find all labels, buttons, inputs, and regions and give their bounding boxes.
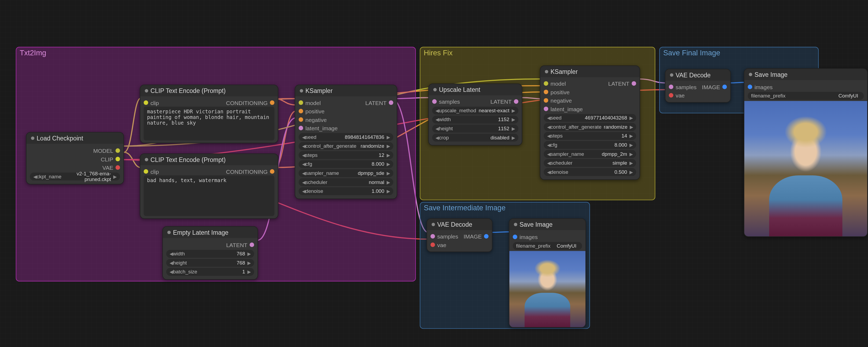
control-after-generate-widget[interactable]: ◀control_after_generaterandomize▶ xyxy=(299,142,393,150)
port-label: IMAGE xyxy=(464,233,482,239)
port-label: CONDITIONING xyxy=(226,99,268,106)
upscale-method-widget[interactable]: ◀upscale_methodnearest-exact▶ xyxy=(432,107,518,114)
filename-prefix-widget[interactable]: filename_prefixComfyUI xyxy=(748,92,864,99)
prompt-textarea[interactable]: bad hands, text, watermark xyxy=(144,175,275,216)
node-title: Empty Latent Image xyxy=(173,229,228,236)
group-title: Save Final Image xyxy=(663,49,720,57)
seed-widget[interactable]: ◀seed469771404043268▶ xyxy=(544,114,636,122)
group-title: Txt2Img xyxy=(20,49,46,57)
denoise-widget[interactable]: ◀denoise1.000▶ xyxy=(299,187,393,195)
node-ksampler-2[interactable]: KSampler model LATENT positive negative … xyxy=(540,65,640,180)
node-title: Load Checkpoint xyxy=(37,135,83,142)
port-label: VAE xyxy=(102,164,113,171)
node-title: CLIP Text Encode (Prompt) xyxy=(151,88,226,94)
ckpt-name-widget[interactable]: ◀ ckpt_name v2-1_768-ema-pruned.ckpt ▶ xyxy=(30,173,120,180)
port-label: IMAGE xyxy=(702,84,720,90)
height-widget[interactable]: ◀height1152▶ xyxy=(432,125,518,133)
port-label: vae xyxy=(437,242,446,248)
node-title: KSampler xyxy=(551,68,578,75)
port-label: LATENT xyxy=(366,99,386,106)
port-label: model xyxy=(305,99,321,106)
port-label: images xyxy=(520,234,538,240)
node-clip-text-encode-positive[interactable]: CLIP Text Encode (Prompt) clip CONDITION… xyxy=(140,85,279,143)
scheduler-widget[interactable]: ◀schedulersimple▶ xyxy=(544,159,636,167)
crop-widget[interactable]: ◀cropdisabled▶ xyxy=(432,134,518,142)
node-load-checkpoint[interactable]: Load Checkpoint MODEL CLIP VAE ◀ ckpt_na… xyxy=(26,132,124,184)
sampler-name-widget[interactable]: ◀sampler_namedpmpp_2m▶ xyxy=(544,150,636,158)
height-widget[interactable]: ◀height768▶ xyxy=(166,259,254,267)
preview-image xyxy=(509,251,586,327)
node-empty-latent-image[interactable]: Empty Latent Image LATENT ◀width768▶ ◀he… xyxy=(162,226,258,280)
node-title: Upscale Latent xyxy=(439,86,480,93)
width-widget[interactable]: ◀width768▶ xyxy=(166,250,254,258)
node-title: VAE Decode xyxy=(437,221,472,228)
node-save-image-final[interactable]: Save Image images filename_prefixComfyUI xyxy=(744,68,868,237)
port-label: clip xyxy=(151,99,159,106)
node-ksampler-1[interactable]: KSampler model LATENT positive negative … xyxy=(294,85,397,199)
node-title: KSampler xyxy=(305,88,333,94)
port-label: LATENT xyxy=(608,80,629,86)
port-label: CONDITIONING xyxy=(226,168,268,175)
node-title: CLIP Text Encode (Prompt) xyxy=(151,156,226,163)
node-save-image-intermediate[interactable]: Save Image images filename_prefixComfyUI xyxy=(509,219,586,328)
port-label: model xyxy=(551,80,566,86)
seed-widget[interactable]: ◀seed89848141647836▶ xyxy=(299,133,393,141)
arrow-right-icon: ▶ xyxy=(113,174,117,179)
port-label: negative xyxy=(305,117,327,123)
scheduler-widget[interactable]: ◀schedulernormal▶ xyxy=(299,178,393,186)
sampler-name-widget[interactable]: ◀sampler_namedpmpp_sde▶ xyxy=(299,169,393,177)
port-label: samples xyxy=(676,84,696,90)
port-label: samples xyxy=(439,98,460,105)
port-label: latent_image xyxy=(551,106,583,112)
port-label: MODEL xyxy=(93,147,113,154)
node-title: Save Image xyxy=(754,71,787,78)
port-label: samples xyxy=(437,233,458,239)
port-label: LATENT xyxy=(491,98,512,105)
port-label: CLIP xyxy=(101,156,113,162)
control-after-generate-widget[interactable]: ◀control_after_generaterandomize▶ xyxy=(544,123,636,131)
node-title: Save Image xyxy=(520,221,553,228)
node-vae-decode-intermediate[interactable]: VAE Decode samples IMAGE vae xyxy=(427,219,493,252)
width-widget[interactable]: ◀width1152▶ xyxy=(432,115,518,123)
preview-image xyxy=(744,101,867,236)
port-label: negative xyxy=(551,97,572,104)
batch-size-widget[interactable]: ◀batch_size1▶ xyxy=(166,268,254,276)
node-vae-decode-final[interactable]: VAE Decode samples IMAGE vae xyxy=(665,69,731,103)
group-title: Save Intermediate Image xyxy=(424,204,505,212)
cfg-widget[interactable]: ◀cfg8.000▶ xyxy=(544,141,636,149)
cfg-widget[interactable]: ◀cfg8.000▶ xyxy=(299,160,393,168)
port-label: positive xyxy=(305,108,324,114)
port-label: positive xyxy=(551,89,570,95)
port-label: vae xyxy=(676,92,685,98)
port-label: clip xyxy=(151,168,159,175)
port-label: LATENT xyxy=(226,242,247,248)
port-label: latent_image xyxy=(305,125,338,131)
steps-widget[interactable]: ◀steps14▶ xyxy=(544,132,636,140)
port-label: images xyxy=(754,84,773,90)
arrow-left-icon: ◀ xyxy=(33,174,37,179)
node-upscale-latent[interactable]: Upscale Latent samples LATENT ◀upscale_m… xyxy=(428,84,522,146)
steps-widget[interactable]: ◀steps12▶ xyxy=(299,151,393,159)
group-title: Hires Fix xyxy=(424,49,453,57)
prompt-textarea[interactable]: masterpiece HDR victorian portrait paint… xyxy=(144,107,275,141)
denoise-widget[interactable]: ◀denoise0.500▶ xyxy=(544,168,636,176)
node-clip-text-encode-negative[interactable]: CLIP Text Encode (Prompt) clip CONDITION… xyxy=(140,153,279,219)
filename-prefix-widget[interactable]: filename_prefixComfyUI xyxy=(513,242,582,250)
node-title: VAE Decode xyxy=(676,72,711,79)
